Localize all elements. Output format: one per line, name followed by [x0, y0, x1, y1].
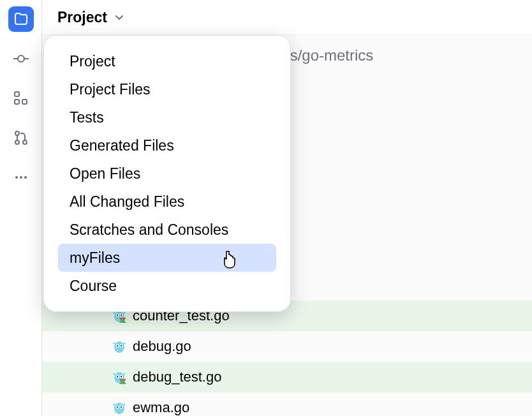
svg-point-20 [114, 341, 124, 353]
view-selector-popup: ProjectProject FilesTestsGenerated Files… [43, 35, 291, 312]
go-file-icon [112, 339, 126, 353]
file-tree: counter_test.godebug.godebug_test.goewma… [42, 301, 532, 416]
kebab-icon [13, 170, 29, 185]
pull-request-icon [13, 130, 29, 145]
pull-requests-tool-button[interactable] [8, 125, 34, 151]
more-tool-button[interactable] [8, 165, 34, 190]
svg-rect-4 [15, 100, 19, 104]
svg-point-23 [117, 345, 118, 346]
svg-point-6 [15, 131, 19, 135]
popup-item[interactable]: Course [50, 272, 284, 300]
chevron-down-icon [114, 11, 125, 23]
svg-point-25 [113, 342, 115, 344]
popup-item[interactable]: myFiles [50, 244, 284, 272]
project-path: cts/go-metrics [278, 47, 373, 64]
svg-point-2 [18, 56, 24, 62]
go-file-icon [112, 401, 126, 415]
svg-point-30 [117, 376, 118, 377]
popup-item-label: Tests [70, 109, 104, 126]
tree-row-label: debug.go [133, 338, 191, 355]
svg-point-8 [23, 140, 27, 144]
svg-point-11 [20, 176, 22, 179]
svg-point-26 [123, 342, 125, 344]
view-selector-label[interactable]: Project [57, 9, 107, 26]
popup-item-label: Project [70, 53, 115, 70]
tree-row-label: ewma.go [133, 399, 189, 416]
popup-item[interactable]: Scratches and Consoles [50, 216, 284, 244]
popup-item[interactable]: Open Files [50, 160, 284, 188]
svg-rect-3 [15, 92, 19, 96]
svg-point-32 [113, 373, 115, 375]
tree-row[interactable]: debug_test.go [42, 362, 532, 392]
svg-point-39 [113, 403, 115, 405]
svg-point-24 [121, 345, 122, 346]
view-selector-chevron[interactable] [114, 11, 125, 23]
popup-item[interactable]: Tests [50, 103, 284, 131]
svg-point-10 [15, 176, 18, 179]
popup-item-label: myFiles [70, 249, 120, 267]
mouse-cursor [220, 250, 239, 275]
popup-item[interactable]: Project [50, 47, 284, 75]
go-test-file-icon [112, 370, 126, 384]
popup-item-label: Course [70, 278, 117, 295]
left-toolbar [0, 0, 42, 416]
svg-point-31 [121, 376, 122, 377]
popup-item-label: Generated Files [70, 137, 174, 154]
tree-row[interactable]: ewma.go [42, 392, 532, 416]
commit-icon [13, 50, 29, 67]
folder-icon [13, 11, 29, 27]
project-tool-button[interactable] [8, 6, 34, 32]
structure-icon [13, 91, 29, 106]
svg-point-34 [114, 403, 124, 414]
structure-tool-button[interactable] [8, 85, 34, 111]
popup-item[interactable]: Project Files [50, 75, 284, 103]
popup-item-label: Open Files [70, 165, 140, 182]
svg-point-12 [24, 176, 27, 179]
svg-point-7 [15, 140, 19, 144]
svg-point-17 [121, 315, 122, 316]
popup-item[interactable]: Generated Files [50, 131, 284, 160]
svg-rect-5 [22, 100, 27, 104]
tree-row[interactable]: debug.go [42, 331, 532, 362]
popup-item-label: Project Files [70, 81, 151, 98]
svg-point-40 [123, 403, 125, 405]
popup-item-label: All Changed Files [70, 193, 184, 211]
panel-header: Project [42, 0, 532, 35]
svg-point-37 [117, 406, 118, 408]
popup-item[interactable]: All Changed Files [50, 188, 284, 216]
svg-point-38 [121, 406, 122, 408]
svg-point-33 [123, 373, 125, 375]
tree-row-label: debug_test.go [133, 369, 221, 385]
commit-tool-button[interactable] [8, 46, 34, 71]
svg-point-16 [117, 315, 118, 316]
popup-item-label: Scratches and Consoles [70, 221, 228, 239]
